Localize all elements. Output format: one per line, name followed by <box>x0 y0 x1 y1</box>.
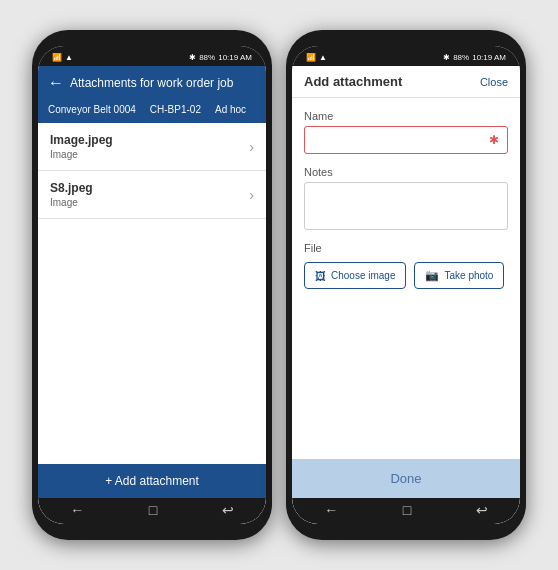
nav-recents-icon[interactable]: ↩ <box>476 502 488 518</box>
add-attachment-label: + Add attachment <box>105 474 199 488</box>
done-label: Done <box>390 471 421 486</box>
file-label: File <box>304 242 508 254</box>
phone1-content: Image.jpeg Image › S8.jpeg Image › <box>38 123 266 294</box>
phone1-battery: 88% <box>199 53 215 62</box>
phone1-screen: 📶 ▲ ✱ 88% 10:19 AM ← Attachments for wor… <box>38 46 266 524</box>
phone1-header-title: Attachments for work order job <box>70 76 233 90</box>
list-item[interactable]: Image.jpeg Image › <box>38 123 266 171</box>
list-item-info: Image.jpeg Image <box>50 133 113 160</box>
info-type: Ad hoc <box>215 104 246 115</box>
choose-image-label: Choose image <box>331 270 395 281</box>
phone1-wifi-icon: ▲ <box>65 53 73 62</box>
nav-home-icon[interactable]: □ <box>149 502 157 518</box>
list-item-info: S8.jpeg Image <box>50 181 93 208</box>
phone1-info-bar: Conveyor Belt 0004 CH-BP1-02 Ad hoc <box>38 100 266 123</box>
add-attachment-button[interactable]: + Add attachment <box>38 464 266 498</box>
phone-1: 📶 ▲ ✱ 88% 10:19 AM ← Attachments for wor… <box>32 30 272 540</box>
phone2-bluetooth-icon: ✱ <box>443 53 450 62</box>
phone1-time: 10:19 AM <box>218 53 252 62</box>
phone2-header: Add attachment Close <box>292 66 520 98</box>
phone2-time: 10:19 AM <box>472 53 506 62</box>
phone-2: 📶 ▲ ✱ 88% 10:19 AM Add attachment Close … <box>286 30 526 540</box>
phone1-status-right: ✱ 88% 10:19 AM <box>189 53 252 62</box>
back-button[interactable]: ← <box>48 74 64 92</box>
nav-back-icon[interactable]: ← <box>70 502 84 518</box>
phone2-signal-icon: 📶 <box>306 53 316 62</box>
nav-recents-icon[interactable]: ↩ <box>222 502 234 518</box>
choose-image-button[interactable]: 🖼 Choose image <box>304 262 406 289</box>
required-star-icon: ✱ <box>489 133 499 147</box>
camera-icon: 📷 <box>425 269 439 282</box>
phone2-screen: 📶 ▲ ✱ 88% 10:19 AM Add attachment Close … <box>292 46 520 524</box>
phone2-bottom-nav: ← □ ↩ <box>292 498 520 524</box>
nav-home-icon[interactable]: □ <box>403 502 411 518</box>
notes-label: Notes <box>304 166 508 178</box>
phone1-status-bar: 📶 ▲ ✱ 88% 10:19 AM <box>38 46 266 66</box>
phone2-status-bar: 📶 ▲ ✱ 88% 10:19 AM <box>292 46 520 66</box>
phone2-wifi-icon: ▲ <box>319 53 327 62</box>
phone2-status-right: ✱ 88% 10:19 AM <box>443 53 506 62</box>
list-item-title: Image.jpeg <box>50 133 113 147</box>
phone1-signal-icon: 📶 <box>52 53 62 62</box>
file-buttons-container: 🖼 Choose image 📷 Take photo <box>304 262 508 289</box>
close-button[interactable]: Close <box>480 76 508 88</box>
list-item[interactable]: S8.jpeg Image › <box>38 171 266 219</box>
phone2-battery: 88% <box>453 53 469 62</box>
chevron-right-icon: › <box>249 139 254 155</box>
nav-back-icon[interactable]: ← <box>324 502 338 518</box>
phone2-header-title: Add attachment <box>304 74 402 89</box>
take-photo-button[interactable]: 📷 Take photo <box>414 262 504 289</box>
done-button[interactable]: Done <box>292 459 520 498</box>
list-item-subtitle: Image <box>50 197 93 208</box>
name-label: Name <box>304 110 508 122</box>
name-input-field[interactable]: ✱ <box>304 126 508 154</box>
chevron-right-icon: › <box>249 187 254 203</box>
list-item-subtitle: Image <box>50 149 113 160</box>
take-photo-label: Take photo <box>444 270 493 281</box>
list-item-title: S8.jpeg <box>50 181 93 195</box>
image-icon: 🖼 <box>315 270 326 282</box>
phone1-bluetooth-icon: ✱ <box>189 53 196 62</box>
phone2-status-left: 📶 ▲ <box>306 53 327 62</box>
notes-input-field[interactable] <box>304 182 508 230</box>
info-conveyor: Conveyor Belt 0004 <box>48 104 136 115</box>
info-code: CH-BP1-02 <box>150 104 201 115</box>
phone2-content: Name ✱ Notes File 🖼 Choose image 📷 Take … <box>292 98 520 459</box>
phone1-header: ← Attachments for work order job <box>38 66 266 100</box>
phone1-bottom-nav: ← □ ↩ <box>38 498 266 524</box>
phone1-status-left: 📶 ▲ <box>52 53 73 62</box>
